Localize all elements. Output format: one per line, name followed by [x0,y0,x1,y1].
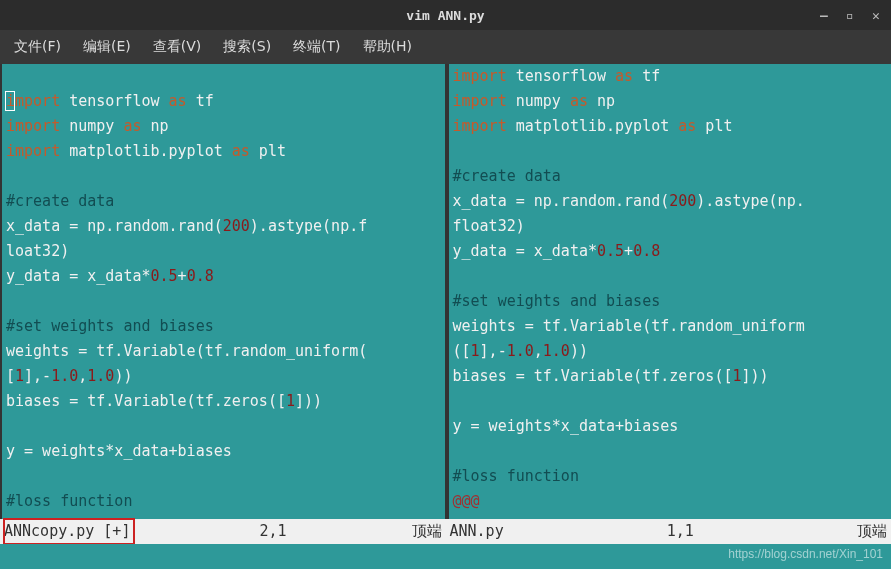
split-pane-left[interactable]: import tensorflow as tfimport numpy as n… [0,64,445,544]
code-line[interactable]: import tensorflow as tf [453,64,892,89]
menu-view[interactable]: 查看(V) [145,34,210,60]
code-line[interactable] [453,439,892,464]
close-icon[interactable]: ✕ [869,8,883,22]
menu-file[interactable]: 文件(F) [6,34,69,60]
split-pane-right[interactable]: import tensorflow as tfimport numpy as n… [449,64,892,544]
watermark-text: https://blog.csdn.net/Xin_101 [728,542,883,567]
code-line[interactable] [6,289,445,314]
menu-edit[interactable]: 编辑(E) [75,34,139,60]
vim-cmdline[interactable]: 多了 51 行 https://blog.csdn.net/Xin_101 [0,544,891,569]
text-cursor [5,91,15,111]
code-line[interactable]: y_data = x_data*0.5+0.8 [6,264,445,289]
code-line[interactable] [453,139,892,164]
code-line[interactable]: biases = tf.Variable(tf.zeros([1])) [6,389,445,414]
menubar: 文件(F) 编辑(E) 查看(V) 搜索(S) 终端(T) 帮助(H) [0,30,891,64]
code-line[interactable] [453,389,892,414]
code-line[interactable]: #loss function [453,464,892,489]
status-scroll-left: 顶端 [412,519,442,544]
code-line[interactable]: import numpy as np [6,114,445,139]
code-line[interactable]: biases = tf.Variable(tf.zeros([1])) [453,364,892,389]
code-line[interactable]: loat32) [6,239,445,264]
code-line[interactable]: #set weights and biases [6,314,445,339]
status-position-right: 1,1 [504,519,857,544]
code-line[interactable]: y = weights*x_data+biases [6,439,445,464]
code-line[interactable]: import tensorflow as tf [6,89,445,114]
code-line[interactable]: @@@ [453,489,892,514]
code-line[interactable]: ([1],-1.0,1.0)) [453,339,892,364]
code-line[interactable] [453,264,892,289]
minimize-icon[interactable]: – [817,8,831,22]
code-line[interactable] [6,414,445,439]
window-title: vim ANN.py [406,8,484,23]
code-line[interactable] [6,464,445,489]
menu-terminal[interactable]: 终端(T) [285,34,348,60]
status-position-left: 2,1 [134,519,411,544]
menu-help[interactable]: 帮助(H) [355,34,420,60]
code-line[interactable]: #create data [6,189,445,214]
code-line[interactable] [6,164,445,189]
code-line[interactable]: #loss function [6,489,445,514]
code-line[interactable]: y = weights*x_data+biases [453,414,892,439]
vim-statusline: ANNcopy.py [+] 2,1 顶端 ANN.py 1,1 顶端 [0,519,891,544]
status-filename-left: ANNcopy.py [+] [4,519,134,544]
status-filename-right: ANN.py [450,519,504,544]
code-line[interactable]: import matplotlib.pyplot as plt [453,114,892,139]
code-line[interactable]: y_data = x_data*0.5+0.8 [453,239,892,264]
code-line[interactable]: #create data [453,164,892,189]
code-line[interactable]: [1],-1.0,1.0)) [6,364,445,389]
code-line[interactable] [6,64,445,89]
code-line[interactable]: import numpy as np [453,89,892,114]
code-line[interactable]: x_data = np.random.rand(200).astype(np. [453,189,892,214]
code-line[interactable]: float32) [453,214,892,239]
window-titlebar: vim ANN.py – ▫ ✕ [0,0,891,30]
menu-search[interactable]: 搜索(S) [215,34,279,60]
code-line[interactable]: weights = tf.Variable(tf.random_uniform( [6,339,445,364]
statusline-left: ANNcopy.py [+] 2,1 顶端 [0,519,446,544]
maximize-icon[interactable]: ▫ [843,8,857,22]
statusline-right: ANN.py 1,1 顶端 [446,519,892,544]
code-line[interactable]: #set weights and biases [453,289,892,314]
code-line[interactable]: weights = tf.Variable(tf.random_uniform [453,314,892,339]
code-line[interactable]: import matplotlib.pyplot as plt [6,139,445,164]
status-scroll-right: 顶端 [857,519,887,544]
editor-area: import tensorflow as tfimport numpy as n… [0,64,891,544]
code-line[interactable]: x_data = np.random.rand(200).astype(np.f [6,214,445,239]
